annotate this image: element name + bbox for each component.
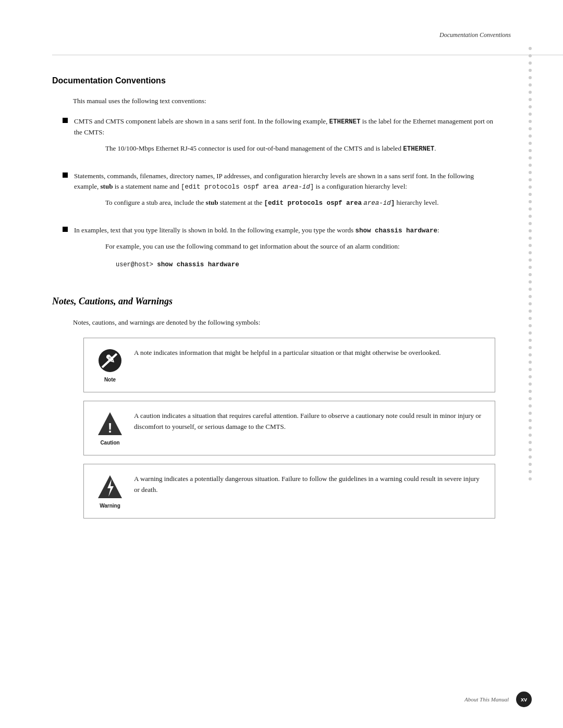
example-block-3: For example, you can use the following c… [105,241,495,252]
decorative-dot [529,317,532,320]
example-block-1: The 10/100-Mbps Ethernet RJ-45 connector… [105,143,495,154]
right-dots-decoration [529,47,532,480]
decorative-dot [529,412,532,415]
notes-cautions-intro: Notes, cautions, and warnings are denote… [73,317,495,328]
footer-page-number: xv [516,692,532,707]
warning-box: Warning A warning indicates a potentiall… [83,464,495,519]
decorative-dot [529,280,532,283]
caution-icon-area: ! Caution [94,411,126,446]
area-id-label: area-id [363,200,391,207]
ethernet-label-2: ETHERNET [403,145,434,153]
decorative-dot [529,149,532,152]
decorative-dot [529,215,532,218]
decorative-dot [529,76,532,79]
decorative-dot [529,302,532,305]
footer-label: About This Manual [464,696,509,702]
decorative-dot [529,244,532,247]
page-header: Documentation Conventions [52,31,563,55]
warning-label: Warning [100,503,120,509]
bullet-square-1 [63,118,68,123]
command-line: user@host> show chassis hardware [116,260,495,270]
decorative-dot [529,113,532,116]
decorative-dot [529,397,532,400]
decorative-dot [529,134,532,138]
example-block-2: To configure a stub area, include the st… [105,198,495,208]
decorative-dot [529,61,532,65]
decorative-dot [529,382,532,386]
decorative-dot [529,390,532,393]
header-title: Documentation Conventions [439,31,511,39]
warning-icon [97,474,123,500]
note-box: ✎ Note A note indicates information that… [83,338,495,392]
decorative-dot [529,178,532,181]
bullet-square-3 [63,227,68,232]
ethernet-label: ETHERNET [329,118,361,126]
decorative-dot [529,353,532,356]
decorative-dot [529,229,532,232]
doc-conventions-section: Documentation Conventions This manual us… [52,76,495,275]
stub-label-2: stub [206,199,218,206]
notes-cautions-title: Notes, Cautions, and Warnings [52,296,495,307]
decorative-dot [529,404,532,408]
bullet-text-3: In examples, text that you type literall… [74,225,495,275]
decorative-dot [529,105,532,108]
decorative-dot [529,463,532,466]
caution-icon: ! [97,411,123,437]
decorative-dot [529,368,532,371]
bracket-close: ] [391,200,395,207]
decorative-dot [529,477,532,480]
decorative-dot [529,361,532,364]
decorative-dot [529,470,532,473]
bullet-item-1: CMTS and CMTS component labels are shown… [63,116,495,162]
decorative-dot [529,127,532,130]
decorative-dot [529,419,532,422]
note-icon: ✎ [97,348,123,374]
bullet-text-2: Statements, commands, filenames, directo… [74,171,495,216]
decorative-dot [529,426,532,429]
main-content: Documentation Conventions This manual us… [52,76,495,519]
decorative-dot [529,98,532,101]
decorative-dot [529,375,532,378]
decorative-dot [529,339,532,342]
notes-cautions-section: Notes, Cautions, and Warnings Notes, cau… [52,296,495,519]
caution-box: ! Caution A caution indicates a situatio… [83,401,495,455]
doc-conventions-intro: This manual uses the following text conv… [73,96,495,107]
warning-text: A warning indicates a potentially danger… [134,474,484,496]
show-chassis-label: show chassis hardware [355,227,437,235]
decorative-dot [529,156,532,159]
decorative-dot [529,200,532,203]
svg-text:!: ! [108,420,113,436]
note-icon-area: ✎ Note [94,348,126,382]
note-text: A note indicates information that might … [134,348,484,359]
decorative-dot [529,54,532,57]
decorative-dot [529,295,532,298]
decorative-dot [529,434,532,437]
decorative-dot [529,142,532,145]
decorative-dot [529,331,532,335]
decorative-dot [529,273,532,276]
decorative-dot [529,288,532,291]
command-text: show chassis hardware [157,261,239,268]
decorative-dot [529,222,532,225]
notices-container: ✎ Note A note indicates information that… [83,338,495,519]
edit-protocols-label: [edit protocols ospf area area-id] [181,183,314,191]
decorative-dot [529,69,532,72]
svg-text:✎: ✎ [105,353,115,366]
page-footer: About This Manual xv [0,692,563,707]
decorative-dot [529,266,532,269]
decorative-dot [529,91,532,94]
bullet-square-2 [63,172,68,178]
bullet-item-2: Statements, commands, filenames, directo… [63,171,495,216]
decorative-dot [529,83,532,87]
decorative-dot [529,193,532,196]
decorative-dot [529,258,532,262]
caution-text: A caution indicates a situation that req… [134,411,484,433]
decorative-dot [529,310,532,313]
decorative-dot [529,207,532,211]
decorative-dot [529,120,532,123]
stub-label: stub [101,182,113,190]
bullet-item-3: In examples, text that you type literall… [63,225,495,275]
decorative-dot [529,237,532,240]
page: Documentation Conventions Documentation … [0,0,563,728]
doc-conventions-title: Documentation Conventions [52,76,495,85]
